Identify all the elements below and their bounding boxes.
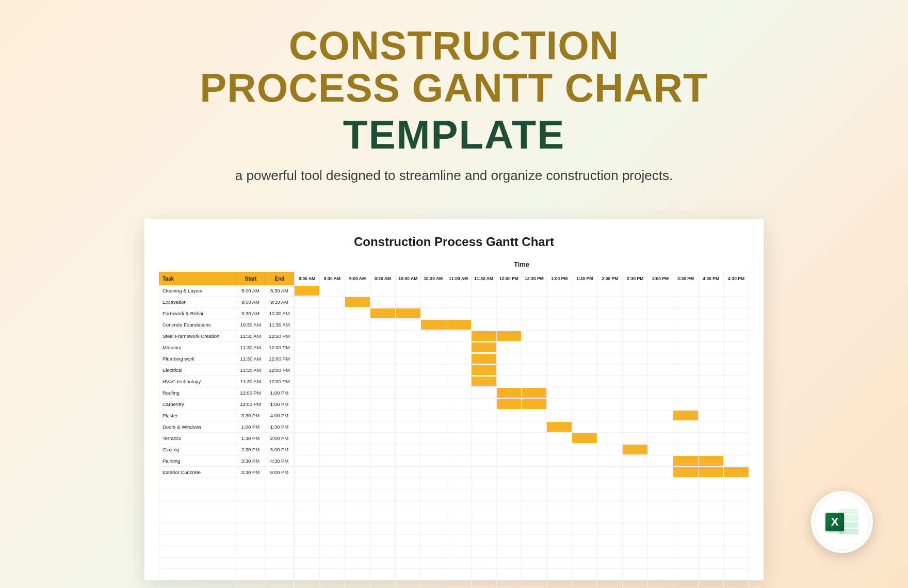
table-row: Masonry11:30 AM12:00 PM [159, 342, 749, 353]
task-start: 12:00 PM [236, 399, 265, 410]
gantt-bar [699, 456, 723, 466]
hero-subtitle: a powerful tool designed to streamline a… [0, 168, 908, 184]
gantt-bar [472, 365, 496, 375]
time-header-4: 10:00 AM [396, 272, 421, 285]
table-row: Cleaning & Layout8:00 AM8:30 AM [159, 285, 749, 297]
excel-icon: X [825, 507, 858, 537]
gantt-bar [446, 320, 471, 330]
gantt-bar [345, 297, 370, 307]
table-row: Plaster3:30 PM4:00 PM [159, 410, 749, 421]
task-start: 1:00 PM [236, 421, 265, 433]
gantt-bar [472, 331, 496, 341]
task-name: Formwork & Rebar [159, 308, 236, 319]
task-end: 4:30 PM [265, 455, 294, 467]
time-header-2: 9:00 AM [345, 272, 370, 285]
task-name: Plumbing work [159, 353, 236, 365]
table-row: Painting3:30 PM4:30 PM [159, 455, 749, 467]
table-row [159, 501, 749, 512]
hero-title-line1: CONSTRUCTION [289, 23, 619, 68]
hero-title: CONSTRUCTION PROCESS GANTT CHART [0, 25, 908, 109]
gantt-bar [572, 433, 597, 443]
task-start: 10:30 AM [236, 319, 265, 331]
hero-title-line2: PROCESS GANTT CHART [0, 67, 908, 109]
hero: CONSTRUCTION PROCESS GANTT CHART TEMPLAT… [0, 0, 908, 184]
table-row: Concrete Foundations10:30 AM11:30 AM [159, 319, 749, 331]
task-start: 3:30 PM [236, 467, 265, 478]
spreadsheet-preview: Construction Process Gantt Chart Time Ta… [144, 219, 764, 580]
task-start: 11:30 AM [236, 353, 265, 365]
task-name: Steel Framework Creation [159, 331, 236, 342]
table-row: Excavation9:00 AM9:30 AM [159, 297, 749, 308]
table-row: Electrical11:30 AM12:00 PM [159, 365, 749, 376]
table-row: Formwork & Rebar9:30 AM10:30 AM [159, 308, 749, 319]
time-header-5: 10:30 AM [421, 272, 446, 285]
task-end: 12:30 PM [265, 331, 294, 342]
table-row [159, 524, 749, 535]
table-row [159, 512, 749, 524]
task-name: Excavation [159, 297, 236, 308]
task-start: 3:30 PM [236, 455, 265, 467]
time-header-15: 3:30 PM [673, 272, 699, 285]
task-start: 11:30 AM [236, 342, 265, 353]
gantt-bar [673, 411, 698, 420]
task-name: Painting [159, 455, 236, 467]
table-row [159, 580, 749, 588]
task-start: 8:00 AM [236, 285, 265, 297]
task-name: Concrete Foundations [159, 319, 236, 331]
time-header-13: 2:30 PM [623, 272, 648, 285]
gantt-bar [421, 320, 446, 330]
table-row: Terrazzo1:30 PM2:00 PM [159, 433, 749, 444]
task-name: Roofing [159, 387, 236, 399]
task-end: 8:30 AM [265, 285, 294, 297]
table-row [159, 569, 749, 580]
task-name: HVAC technology [159, 376, 236, 387]
gantt-header-row: TaskStartEnd8:00 AM8:30 AM9:00 AM9:30 AM… [159, 272, 749, 285]
task-end: 1:00 PM [265, 387, 294, 399]
task-name: Doors & Windows [159, 421, 236, 433]
table-row: Plumbing work11:30 AM12:00 PM [159, 353, 749, 365]
task-end: 12:00 PM [265, 353, 294, 365]
task-end: 12:00 PM [265, 342, 294, 353]
gantt-bar [472, 377, 496, 386]
task-name: Carpentry [159, 399, 236, 410]
task-end: 2:00 PM [265, 433, 294, 444]
gantt-bar [497, 388, 522, 398]
gantt-bar [699, 467, 723, 477]
time-header-12: 2:00 PM [597, 272, 623, 285]
task-end: 3:00 PM [265, 444, 294, 455]
gantt-bar [472, 354, 496, 364]
time-axis-heading: Time [294, 260, 749, 272]
task-start: 1:30 PM [236, 433, 265, 444]
task-name: Terrazzo [159, 433, 236, 444]
time-header-6: 11:00 AM [446, 272, 472, 285]
gantt-bar [295, 286, 319, 296]
task-end: 12:00 PM [265, 376, 294, 387]
table-row [159, 546, 749, 558]
table-row [159, 535, 749, 546]
gantt-bar [673, 456, 698, 466]
time-header-14: 3:00 PM [648, 272, 673, 285]
task-start: 9:30 AM [236, 308, 265, 319]
time-header-17: 4:30 PM [724, 272, 749, 285]
table-row: Doors & Windows1:00 PM1:30 PM [159, 421, 749, 433]
hero-template-word: TEMPLATE [0, 111, 908, 158]
excel-letter: X [825, 513, 844, 531]
task-start: 11:30 AM [236, 331, 265, 342]
table-row: Exterior Concrete3:30 PM6:00 PM [159, 467, 749, 478]
task-end: 9:30 AM [265, 297, 294, 308]
col-header-start: Start [236, 272, 265, 285]
task-end: 1:30 PM [265, 421, 294, 433]
time-header-0: 8:00 AM [294, 272, 320, 285]
time-header-16: 4:00 PM [699, 272, 724, 285]
task-start: 9:00 AM [236, 297, 265, 308]
task-start: 3:30 PM [236, 410, 265, 421]
table-row [159, 478, 749, 489]
task-name: Masonry [159, 342, 236, 353]
task-end: 6:00 PM [265, 467, 294, 478]
gantt-bar [396, 308, 420, 318]
col-header-end: End [265, 272, 294, 285]
gantt-bar [497, 399, 522, 409]
task-name: Plaster [159, 410, 236, 421]
table-row: Steel Framework Creation11:30 AM12:30 PM [159, 331, 749, 342]
gantt-bar [724, 467, 749, 477]
